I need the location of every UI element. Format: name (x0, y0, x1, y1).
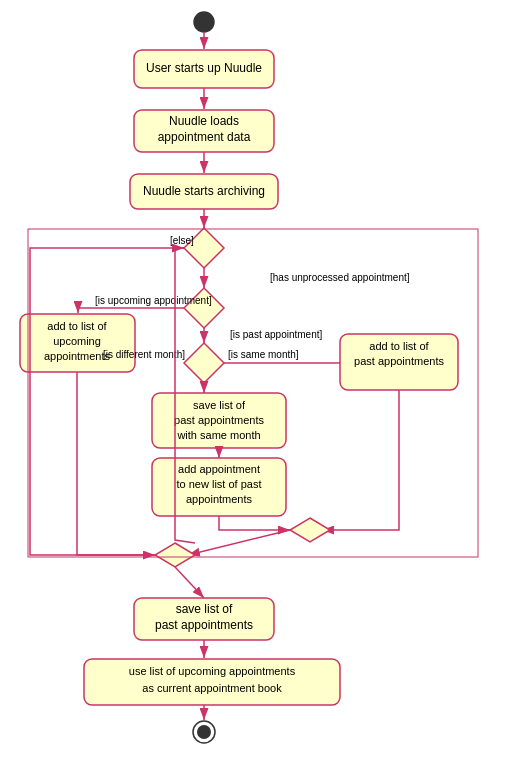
node-loads-data-label2: appointment data (158, 130, 251, 144)
diamond-4 (290, 518, 330, 542)
diamond-5 (155, 543, 195, 567)
node-loads-data-label: Nuudle loads (169, 114, 239, 128)
diamond-2 (184, 288, 224, 328)
node-add-upcoming-label2: upcoming (53, 335, 101, 347)
arrow-d2-n4 (78, 308, 184, 313)
node-starts-archiving-label: Nuudle starts archiving (143, 184, 265, 198)
node-save-past-l2: past appointments (155, 618, 253, 632)
diamond-1 (184, 228, 224, 268)
node-add-upcoming-label3: appointments (44, 350, 111, 362)
label-diff-month: [is different month] (103, 349, 185, 360)
arrow-d5-n8 (175, 567, 204, 598)
node-save-same-month-l1: save list of (193, 399, 246, 411)
node-add-new-list-l2: to new list of past (177, 478, 262, 490)
arrow-n4-d5 (77, 372, 155, 555)
label-has-unprocessed: [has unprocessed appointment] (270, 272, 410, 283)
node-add-past-l2: past appointments (354, 355, 444, 367)
label-upcoming: [is upcoming appointment] (95, 295, 212, 306)
end-node-inner (197, 725, 211, 739)
node-save-past-l1: save list of (176, 602, 233, 616)
label-past: [is past appointment] (230, 329, 322, 340)
label-same-month: [is same month] (228, 349, 299, 360)
node-use-upcoming-l2: as current appointment book (142, 682, 282, 694)
node-add-upcoming-label1: add to list of (47, 320, 107, 332)
arrow-n7-d4 (219, 516, 290, 530)
label-else: [else] (170, 235, 194, 246)
start-node (194, 12, 214, 32)
node-use-upcoming-l1: use list of upcoming appointments (129, 665, 296, 677)
arrow-n6-d4 (322, 390, 399, 530)
node-add-past-l1: add to list of (369, 340, 429, 352)
node-save-same-month-l3: with same month (176, 429, 260, 441)
diamond-3 (184, 343, 224, 383)
node-user-starts-label: User starts up Nuudle (146, 61, 262, 75)
node-add-new-list-l3: appointments (186, 493, 253, 505)
node-add-new-list-l1: add appointment (178, 463, 260, 475)
node-save-same-month-l2: past appointments (174, 414, 264, 426)
arrow-d4-d5 (188, 530, 290, 555)
